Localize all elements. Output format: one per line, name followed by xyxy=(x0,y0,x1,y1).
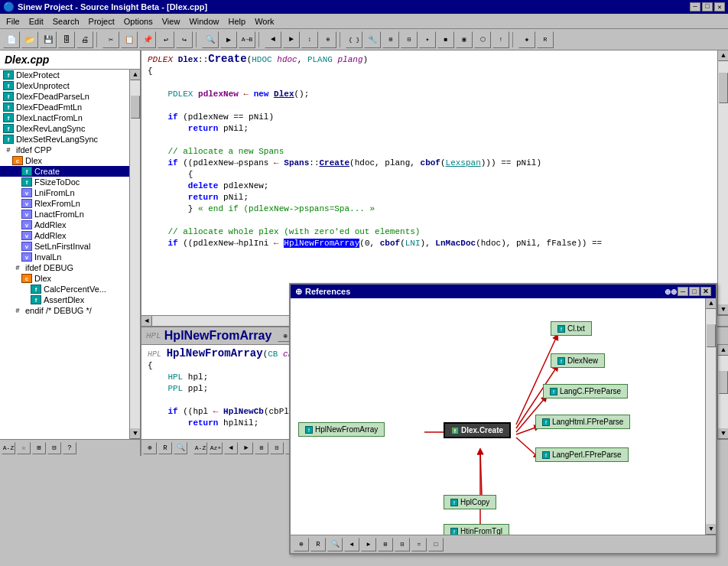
bt1[interactable]: ⊕ xyxy=(143,442,157,454)
symbol-item-ifdefDEBUG[interactable]: #ifdef DEBUG xyxy=(0,262,129,273)
scroll-up-button[interactable]: ▲ xyxy=(130,70,140,80)
code-content[interactable]: PDLEX Dlex::Create(HDOC hdoc, PLANG plan… xyxy=(141,50,717,315)
bt7[interactable]: ► xyxy=(239,442,253,454)
menu-options[interactable]: Options xyxy=(119,15,158,28)
symbol-item-DlexFDeadParseLn[interactable]: fDlexFDeadParseLn xyxy=(0,91,129,102)
bottom-scroll-thumb[interactable] xyxy=(719,371,728,394)
sym-help-button[interactable]: ? xyxy=(63,442,76,454)
node-hplcopy[interactable]: fHplCopy xyxy=(444,495,496,509)
menu-project[interactable]: Project xyxy=(84,15,119,28)
code-scroll-thumb[interactable] xyxy=(719,73,728,103)
node-htinfromtgl[interactable]: fHtinFromTgl xyxy=(444,524,509,535)
ref-tb4[interactable]: ◄ xyxy=(344,538,359,551)
ref-tb8[interactable]: = xyxy=(411,538,427,551)
ref-min-button[interactable]: ─ xyxy=(678,287,688,296)
node-langhtml[interactable]: fLangHtml.FPreParse xyxy=(535,415,630,429)
code-scroll-up[interactable]: ▲ xyxy=(718,50,728,61)
symbol-item-AddRlex[interactable]: vAddRlex xyxy=(0,220,129,230)
ref-tb6[interactable]: ⊞ xyxy=(378,538,393,551)
tb13[interactable]: ! xyxy=(492,31,509,48)
symbol-item-DlexProtect[interactable]: fDlexProtect xyxy=(0,70,129,80)
symbol-item-CalcPercentVe[interactable]: fCalcPercentVe... xyxy=(0,284,129,294)
node-langperl[interactable]: fLangPerl.FPreParse xyxy=(535,447,629,462)
symbol-item-FSizeToDoc[interactable]: fFSizeToDoc xyxy=(0,177,129,187)
cut-button[interactable]: ✂ xyxy=(102,31,119,48)
symbol-item-AddRlex[interactable]: vAddRlex xyxy=(0,230,129,241)
copy-button[interactable]: 📋 xyxy=(121,31,138,48)
menu-help[interactable]: Help xyxy=(224,15,251,28)
node-hplnewfromarray[interactable]: fHplNewFromArray xyxy=(298,422,385,437)
tb14[interactable]: ◈ xyxy=(518,31,535,48)
symbol-list[interactable]: fDlexProtectfDlexUnprotectfDlexFDeadPars… xyxy=(0,70,129,439)
ref-max-button[interactable]: □ xyxy=(689,287,700,296)
ref-tb3[interactable]: 🔍 xyxy=(327,538,343,551)
search-button[interactable]: 🔍 xyxy=(202,31,219,48)
symbol-item-LnactFromLn[interactable]: vLnactFromLn xyxy=(0,209,129,220)
ref-tb7[interactable]: ⊟ xyxy=(395,538,410,551)
tb10[interactable]: ■ xyxy=(437,31,454,48)
bottom-scroll-track[interactable] xyxy=(718,356,728,428)
symbol-item-DlexSetRevLangSync[interactable]: fDlexSetRevLangSync xyxy=(0,134,129,145)
ref-tb9[interactable]: □ xyxy=(428,538,444,551)
code-scroll-track[interactable] xyxy=(718,61,728,304)
ref-close-button[interactable]: ✕ xyxy=(700,287,711,296)
symbol-item-endifDEBUG[interactable]: #endif /* DEBUG */ xyxy=(0,305,129,316)
node-langc[interactable]: fLangC.FPreParse xyxy=(543,384,628,398)
print-button[interactable]: 🖨 xyxy=(76,31,93,48)
menu-work[interactable]: Work xyxy=(250,15,278,28)
symbol-item-Create[interactable]: fCreate xyxy=(0,166,129,177)
symbol-item-DlexLnactFromLn[interactable]: fDlexLnactFromLn xyxy=(0,112,129,123)
ref-scroll-down[interactable]: ▼ xyxy=(706,524,716,535)
symbol-item-DlexRevLangSync[interactable]: fDlexRevLangSync xyxy=(0,123,129,134)
bt4[interactable]: A-Z xyxy=(193,442,207,454)
scroll-track[interactable] xyxy=(130,80,140,428)
bt5[interactable]: Az+ xyxy=(209,442,223,454)
bt2[interactable]: R xyxy=(158,442,172,454)
ref-scroll-track[interactable] xyxy=(706,309,716,524)
nav-back-button[interactable]: ◄ xyxy=(265,31,281,48)
tb11[interactable]: ▣ xyxy=(456,31,473,48)
scroll-down-button[interactable]: ▼ xyxy=(130,428,140,439)
tb7[interactable]: ⊞ xyxy=(382,31,399,48)
code-scroll-down[interactable]: ▼ xyxy=(718,304,728,315)
symbol-item-DlexFDeadFmtLn[interactable]: fDlexFDeadFmtLn xyxy=(0,102,129,112)
symbol-item-Dlex[interactable]: cDlex xyxy=(0,273,129,284)
ref-title-bar[interactable]: ⊕ References ⊕⊕ ─ □ ✕ xyxy=(291,285,716,298)
menu-view[interactable]: View xyxy=(158,15,185,28)
tb5[interactable]: { } xyxy=(346,31,362,48)
new-file-button[interactable]: 📄 xyxy=(3,31,20,48)
scroll-thumb[interactable] xyxy=(131,96,140,119)
open-button[interactable]: 📂 xyxy=(21,31,38,48)
replace-button[interactable]: A→B xyxy=(239,31,255,48)
ref-scroll-up[interactable]: ▲ xyxy=(706,298,716,309)
ref-tb1[interactable]: ⊕ xyxy=(294,538,309,551)
symbol-item-AssertDlex[interactable]: fAssertDlex xyxy=(0,294,129,305)
symbol-scrollbar[interactable]: ▲ ▼ xyxy=(129,70,140,439)
paste-button[interactable]: 📌 xyxy=(139,31,156,48)
jump-button[interactable]: ↕ xyxy=(301,31,318,48)
redo-button[interactable]: ↪ xyxy=(176,31,193,48)
symbol-item-RlexFromLn[interactable]: vRlexFromLn xyxy=(0,198,129,209)
tb6[interactable]: 🔧 xyxy=(364,31,381,48)
menu-file[interactable]: File xyxy=(2,15,24,28)
bt9[interactable]: ⊟ xyxy=(270,442,284,454)
bottom-scroll-down[interactable]: ▼ xyxy=(718,428,728,439)
close-button[interactable]: ✕ xyxy=(714,2,725,11)
node-cl-txt[interactable]: fCl.txt xyxy=(551,321,592,336)
nav-forward-button[interactable]: ► xyxy=(283,31,300,48)
symbol-item-ifdefCPP[interactable]: #ifdef CPP xyxy=(0,145,129,155)
bottom-scroll-up[interactable]: ▲ xyxy=(718,345,728,356)
maximize-button[interactable]: □ xyxy=(702,2,713,11)
bt8[interactable]: ⊞ xyxy=(255,442,268,454)
sym-view1-button[interactable]: ☆ xyxy=(17,442,31,454)
save-button[interactable]: 💾 xyxy=(40,31,57,48)
references-button[interactable]: ⊕ xyxy=(320,31,336,48)
ref-tb5[interactable]: ► xyxy=(361,538,376,551)
bt6[interactable]: ◄ xyxy=(224,442,238,454)
az-sort-button[interactable]: A-Z xyxy=(2,442,15,454)
menu-window[interactable]: Window xyxy=(184,15,223,28)
tb12[interactable]: ⬡ xyxy=(474,31,491,48)
ref-scrollbar[interactable]: ▲ ▼ xyxy=(705,298,716,535)
menu-search[interactable]: Search xyxy=(48,15,84,28)
symbol-item-DlexUnprotect[interactable]: fDlexUnprotect xyxy=(0,80,129,91)
